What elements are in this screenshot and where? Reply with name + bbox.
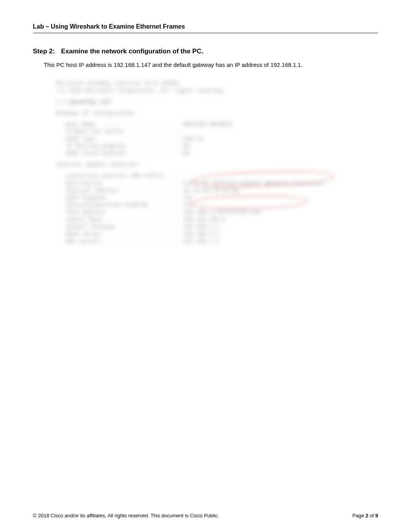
cmd-command: ipconfig /all (69, 99, 112, 105)
ipconfig-iprouting: IP Routing Enabled. . . . . . . . : No (56, 142, 335, 150)
value: Yes (180, 201, 193, 208)
ipconfig-nodetype: Node Type . . . . . . . . . . . . : Hybr… (56, 135, 335, 142)
page-footer: © 2018 Cisco and/or its affiliates. All … (33, 513, 378, 518)
lab-header-title: Lab – Using Wireshark to Examine Etherne… (33, 23, 378, 30)
label: Connection-specific DNS Suffix . : (56, 172, 180, 179)
footer-copyright: © 2018 Cisco and/or its affiliates. All … (33, 513, 219, 518)
step-body-text: This PC host IP address is 192.168.1.147… (44, 61, 378, 69)
label: Subnet Mask . . . . . . . . . . . : (56, 216, 180, 222)
label: Physical Address. . . . . . . . . : (56, 187, 180, 193)
label: Host Name . . . . . . . . . . . . : (56, 121, 180, 127)
value: 192.168.1.1 (180, 238, 219, 244)
page-current: 2 (365, 513, 368, 518)
label: DHCP Enabled. . . . . . . . . . . : (56, 194, 180, 201)
value: No (180, 143, 190, 149)
label: Autoconfiguration Enabled . . . . : (56, 201, 180, 208)
step-label: Step 2: (33, 48, 59, 55)
label: DHCP Server . . . . . . . . . . . : (56, 231, 180, 237)
header-divider (33, 32, 378, 34)
cmd-version-line: Microsoft Windows [Version 10.0.10586] (56, 80, 335, 87)
page-prefix: Page (352, 513, 365, 518)
ipconfig-section1-title: Windows IP Configuration (56, 109, 335, 117)
ipconfig-section2-title: Ethernet adapter Ethernet: (56, 161, 335, 168)
ipconfig-dnsservers: DNS Servers . . . . . . . . . . . : 192.… (56, 238, 335, 245)
ipconfig-physaddr: Physical Address. . . . . . . . . : 5C-2… (56, 187, 335, 194)
footer-page-number: Page 2 of 9 (352, 513, 378, 518)
label: Description . . . . . . . . . . . : (56, 180, 180, 186)
ipconfig-gateway: Default Gateway . . . . . . . . . : 192.… (56, 223, 335, 230)
step-title: Examine the network configuration of the… (61, 48, 203, 55)
label: Node Type . . . . . . . . . . . . : (56, 135, 180, 142)
label: WINS Proxy Enabled. . . . . . . . : (56, 150, 180, 156)
ipconfig-subnet: Subnet Mask . . . . . . . . . . . : 255.… (56, 216, 335, 223)
label: Default Gateway . . . . . . . . . : (56, 223, 180, 230)
step-heading: Step 2: Examine the network configuratio… (33, 48, 378, 55)
value: 192.168.1.1 (180, 223, 219, 230)
page-of: of (368, 513, 375, 518)
ipconfig-ipv4: IPv4 Address. . . . . . . . . . . : 192.… (56, 208, 335, 216)
value: 5C-26-0A-24-2A-00 (180, 187, 239, 193)
label: DNS Servers . . . . . . . . . . . : (56, 238, 180, 244)
cmd-prompt: C:\> (56, 99, 69, 105)
ipconfig-winsproxy: WINS Proxy Enabled. . . . . . . . : No (56, 150, 335, 157)
value: Hybrid (180, 135, 203, 142)
value: 192.168.1.147(Preferred) (180, 209, 262, 215)
ipconfig-hostname: Host Name . . . . . . . . . . . . : DESK… (56, 121, 335, 128)
label: IP Routing Enabled. . . . . . . . : (56, 143, 180, 149)
value: No (180, 150, 190, 156)
value: DESKTOP-ABCDEFG (180, 121, 232, 127)
page-total: 9 (375, 513, 378, 518)
value: 255.255.255.0 (180, 216, 226, 222)
ipconfig-dhcpserver: DHCP Server . . . . . . . . . . . : 192.… (56, 230, 335, 238)
value: Yes (180, 194, 193, 201)
ipconfig-dnssuffix: Primary Dns Suffix . . . . . . . : (56, 128, 335, 135)
label: IPv4 Address. . . . . . . . . . . : (56, 209, 180, 215)
ipconfig-screenshot: Microsoft Windows [Version 10.0.10586] (… (56, 80, 335, 242)
value: 192.168.1.1 (180, 231, 219, 237)
label: Primary Dns Suffix . . . . . . . : (56, 128, 180, 134)
cmd-copyright-line: (c) 2015 Microsoft Corporation. All righ… (56, 87, 335, 94)
